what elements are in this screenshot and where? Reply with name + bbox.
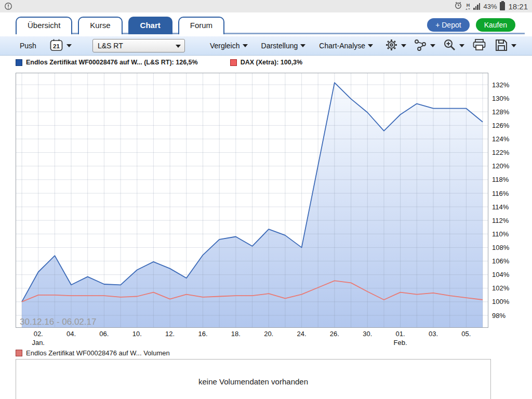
chevron-down-icon bbox=[401, 44, 406, 47]
series-color-swatch bbox=[16, 59, 22, 66]
chart-legend: Endlos Zertifikat WF00028476 auf W... (L… bbox=[16, 59, 302, 66]
svg-text:05.: 05. bbox=[461, 330, 471, 338]
svg-text:114%: 114% bbox=[492, 203, 509, 211]
chevron-down-icon bbox=[300, 44, 305, 47]
svg-text:98%: 98% bbox=[492, 312, 506, 320]
svg-text:106%: 106% bbox=[492, 257, 510, 265]
svg-text:16.: 16. bbox=[198, 330, 207, 338]
print-button[interactable] bbox=[472, 38, 487, 54]
tab-kurse[interactable]: Kurse bbox=[78, 17, 122, 34]
menu-vergleich[interactable]: Vergleich bbox=[210, 42, 248, 50]
signal-strength-icon bbox=[473, 3, 480, 10]
svg-text:118%: 118% bbox=[492, 176, 509, 183]
calendar-icon: 21 bbox=[49, 38, 64, 54]
svg-text:130%: 130% bbox=[492, 95, 510, 102]
battery-icon bbox=[500, 2, 505, 10]
exchange-select[interactable]: L&S RT bbox=[92, 39, 185, 52]
settings-button[interactable] bbox=[384, 38, 406, 54]
svg-text:102%: 102% bbox=[492, 284, 510, 292]
menu-darstellung[interactable]: Darstellung bbox=[261, 42, 306, 50]
svg-text:116%: 116% bbox=[492, 190, 509, 197]
svg-text:112%: 112% bbox=[492, 217, 509, 224]
screen: H 43% 18:21 Übersicht Kurse Chart Forum … bbox=[0, 0, 532, 399]
menu-chart-analyse[interactable]: Chart-Analyse bbox=[319, 42, 373, 50]
chevron-down-icon bbox=[430, 44, 435, 47]
clock-time: 18:21 bbox=[508, 2, 528, 11]
svg-text:04.: 04. bbox=[66, 330, 76, 338]
svg-text:Jan.: Jan. bbox=[32, 339, 45, 347]
indicators-button[interactable] bbox=[414, 38, 435, 54]
series-color-swatch bbox=[16, 350, 22, 356]
svg-text:06.: 06. bbox=[99, 330, 109, 338]
tab-uebersicht[interactable]: Übersicht bbox=[16, 17, 72, 34]
svg-text:12.: 12. bbox=[165, 330, 175, 338]
chart-svg: 30.12.16 - 06.02.17132%130%128%126%124%1… bbox=[16, 73, 516, 348]
volume-panel: keine Volumendaten vorhanden bbox=[16, 359, 491, 399]
svg-text:124%: 124% bbox=[492, 135, 510, 143]
svg-text:01.: 01. bbox=[396, 330, 405, 338]
svg-text:104%: 104% bbox=[492, 271, 510, 278]
svg-text:126%: 126% bbox=[492, 122, 510, 129]
tab-chart[interactable]: Chart bbox=[128, 17, 172, 34]
svg-text:18.: 18. bbox=[231, 330, 241, 338]
svg-text:26.: 26. bbox=[330, 330, 339, 338]
volume-legend: Endlos Zertifikat WF00028476 auf W... Vo… bbox=[16, 349, 170, 357]
zoom-in-icon bbox=[443, 38, 457, 54]
gear-icon bbox=[384, 38, 398, 54]
svg-text:122%: 122% bbox=[492, 149, 510, 156]
chart-toolbar: Push 21 L&S RT Vergleich Darstellung Cha… bbox=[0, 36, 532, 56]
price-chart[interactable]: 30.12.16 - 06.02.17132%130%128%126%124%1… bbox=[16, 73, 516, 348]
alert-circle-icon bbox=[4, 2, 12, 12]
chevron-down-icon bbox=[511, 44, 516, 47]
chevron-down-icon bbox=[368, 44, 373, 47]
svg-text:24.: 24. bbox=[297, 330, 307, 338]
svg-text:108%: 108% bbox=[492, 244, 510, 251]
svg-text:02.: 02. bbox=[34, 330, 43, 338]
node-graph-icon bbox=[414, 38, 428, 54]
printer-icon bbox=[472, 38, 487, 54]
chevron-down-icon bbox=[66, 44, 72, 47]
zoom-button[interactable] bbox=[443, 38, 464, 54]
hspa-network-icon: H bbox=[466, 3, 470, 10]
svg-text:20.: 20. bbox=[264, 330, 273, 338]
legend-item-certificate: Endlos Zertifikat WF00028476 auf W... (L… bbox=[16, 59, 198, 66]
series-color-swatch bbox=[230, 59, 237, 66]
svg-text:03.: 03. bbox=[429, 330, 438, 338]
chevron-down-icon bbox=[176, 45, 181, 48]
status-bar: H 43% 18:21 bbox=[0, 0, 532, 12]
legend-item-dax: DAX (Xetra): 100,3% bbox=[230, 59, 303, 66]
svg-text:132%: 132% bbox=[492, 81, 510, 89]
svg-text:110%: 110% bbox=[492, 230, 509, 238]
svg-text:30.: 30. bbox=[363, 330, 372, 338]
volume-empty-message: keine Volumendaten vorhanden bbox=[16, 377, 490, 386]
svg-text:100%: 100% bbox=[492, 298, 510, 305]
svg-text:120%: 120% bbox=[492, 162, 510, 170]
kaufen-button[interactable]: Kaufen bbox=[476, 18, 515, 32]
tab-forum[interactable]: Forum bbox=[178, 17, 224, 34]
timespan-calendar-button[interactable]: 21 bbox=[49, 38, 72, 54]
chart-range-watermark: 30.12.16 - 06.02.17 bbox=[20, 317, 96, 327]
chevron-down-icon bbox=[243, 44, 248, 47]
save-button[interactable] bbox=[494, 38, 516, 54]
svg-text:21: 21 bbox=[53, 43, 60, 49]
svg-text:128%: 128% bbox=[492, 108, 510, 116]
alarm-clock-icon bbox=[454, 1, 462, 11]
chevron-down-icon bbox=[459, 44, 464, 47]
svg-text:10.: 10. bbox=[132, 330, 142, 338]
tab-bar: Übersicht Kurse Chart Forum bbox=[16, 17, 224, 34]
svg-text:Feb.: Feb. bbox=[394, 339, 407, 347]
battery-percent: 43% bbox=[483, 3, 497, 10]
push-toggle[interactable]: Push bbox=[20, 42, 36, 50]
add-depot-button[interactable]: + Depot bbox=[427, 18, 469, 32]
save-icon bbox=[494, 38, 509, 54]
